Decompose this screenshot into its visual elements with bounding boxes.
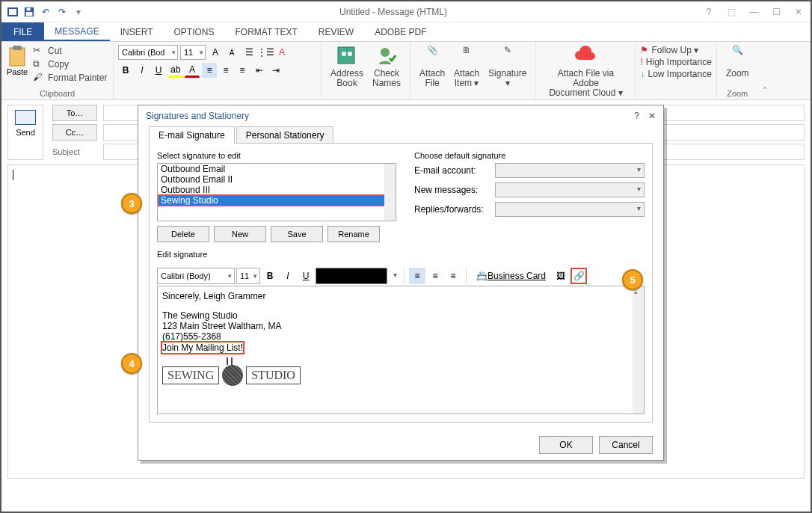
replies-label: Replies/forwards: (414, 204, 489, 215)
bold-button[interactable]: B (118, 63, 133, 78)
copy-button[interactable]: ⧉Copy (33, 58, 107, 70)
editor-align-right[interactable]: ≡ (445, 268, 461, 284)
list-item[interactable]: Outbound Email II (158, 174, 396, 185)
cut-button[interactable]: ✂Cut (33, 45, 107, 57)
editor-color-picker[interactable] (316, 268, 387, 284)
high-importance-button[interactable]: !High Importance (640, 57, 711, 67)
list-item-selected[interactable]: Sewing Studio (158, 195, 396, 206)
qat-more-icon[interactable]: ▾ (72, 5, 85, 19)
down-arrow-icon: ↓ (640, 69, 645, 79)
clear-format-button[interactable]: A (274, 45, 289, 60)
list-item[interactable]: Outbound Email (158, 164, 396, 174)
edit-signature-label: Edit signature (157, 250, 645, 259)
align-left-button[interactable]: ≡ (202, 63, 217, 78)
numbering-button[interactable]: ⋮☰ (258, 45, 273, 60)
to-button[interactable]: To… (52, 105, 97, 121)
follow-up-button[interactable]: ⚑Follow Up ▾ (640, 45, 711, 55)
outlook-icon (6, 5, 19, 19)
mailing-list-link[interactable]: Join My Mailing List! (162, 342, 243, 353)
dialog-title: Signatures and Stationery (146, 111, 249, 121)
new-messages-label: New messages: (414, 185, 489, 195)
editor-italic-button[interactable]: I (280, 268, 296, 284)
ribbon-toggle-icon[interactable]: ⬚ (724, 7, 739, 17)
align-right-button[interactable]: ≡ (235, 63, 250, 78)
undo-icon[interactable]: ↶ (39, 5, 52, 19)
align-center-button[interactable]: ≡ (218, 63, 233, 78)
rename-button[interactable]: Rename (327, 226, 380, 242)
attach-file-button[interactable]: 📎 Attach File (415, 45, 449, 88)
signature-button[interactable]: ✎ Signature ▾ (484, 45, 531, 88)
send-button[interactable]: Send (7, 105, 43, 160)
signature-editor[interactable]: Sincerely, Leigh Grammer The Sewing Stud… (157, 286, 645, 414)
new-button[interactable]: New (214, 226, 266, 242)
maximize-icon[interactable]: ☐ (769, 7, 784, 17)
cc-button[interactable]: Cc… (52, 124, 97, 141)
editor-size-combo[interactable]: 11 (236, 268, 260, 284)
editor-align-left[interactable]: ≡ (409, 268, 425, 284)
paste-button[interactable]: Paste (6, 45, 28, 76)
grow-font-button[interactable]: A (208, 45, 223, 60)
tab-adobe-pdf[interactable]: ADOBE PDF (364, 22, 437, 41)
size-combo[interactable]: 11 (180, 45, 206, 60)
email-account-select[interactable] (495, 163, 645, 178)
adobe-attach-button[interactable]: Attach File via Adobe Document Cloud ▾ (541, 45, 630, 99)
insert-image-button[interactable]: 🖼 (553, 268, 569, 284)
tab-options[interactable]: OPTIONS (164, 22, 225, 41)
font-color-button[interactable]: A (185, 63, 200, 78)
insert-hyperlink-button[interactable]: 🔗 (570, 268, 587, 284)
close-icon[interactable]: ✕ (791, 7, 806, 17)
check-names-button[interactable]: Check Names (368, 45, 405, 88)
dialog-help-icon[interactable]: ? (634, 111, 639, 121)
format-painter-button[interactable]: 🖌Format Painter (33, 72, 107, 84)
editor-underline-button[interactable]: U (298, 268, 314, 284)
replies-select[interactable] (495, 202, 645, 217)
new-messages-select[interactable] (495, 182, 645, 197)
ok-button[interactable]: OK (539, 436, 593, 454)
tab-review[interactable]: REVIEW (308, 22, 364, 41)
editor-font-combo[interactable]: Calibri (Body) (157, 268, 235, 284)
editor-scrollbar[interactable] (633, 286, 644, 414)
window-title: Untitled - Message (HTML) (85, 7, 701, 17)
italic-button[interactable]: I (135, 63, 150, 78)
save-button[interactable]: Save (271, 226, 323, 242)
shrink-font-button[interactable]: A (224, 45, 239, 60)
list-item[interactable]: Outbound III (158, 185, 396, 195)
low-importance-button[interactable]: ↓Low Importance (640, 69, 711, 79)
tab-email-signature[interactable]: E-mail Signature (149, 126, 235, 144)
editor-align-center[interactable]: ≡ (427, 268, 443, 284)
save-icon[interactable] (22, 5, 36, 19)
tab-personal-stationery[interactable]: Personal Stationery (236, 126, 334, 144)
tab-message[interactable]: MESSAGE (44, 22, 109, 41)
scrollbar[interactable] (384, 164, 396, 221)
highlight-button[interactable]: ab (168, 63, 183, 78)
tab-format-text[interactable]: FORMAT TEXT (225, 22, 308, 41)
cancel-button[interactable]: Cancel (599, 436, 653, 454)
collapse-ribbon-icon[interactable]: ˄ (758, 42, 772, 99)
yarn-icon (222, 365, 243, 386)
group-label (118, 89, 316, 98)
bullets-button[interactable]: ☰ (242, 45, 256, 60)
svg-rect-5 (10, 48, 25, 66)
attach-item-button[interactable]: 🗎 Attach Item ▾ (449, 45, 484, 88)
business-card-button[interactable]: 📇 Business Card (471, 268, 551, 284)
group-label: Clipboard (6, 89, 108, 98)
svg-rect-1 (9, 9, 16, 15)
increase-indent-button[interactable]: ⇥ (268, 63, 283, 78)
address-book-button[interactable]: Address Book (326, 45, 368, 88)
help-icon[interactable]: ? (701, 7, 716, 17)
redo-icon[interactable]: ↷ (55, 5, 69, 19)
dialog-close-icon[interactable]: ✕ (648, 111, 656, 121)
underline-button[interactable]: U (151, 63, 166, 78)
quick-access-toolbar: ↶ ↷ ▾ (6, 5, 85, 19)
exclaim-icon: ! (640, 57, 642, 67)
font-combo[interactable]: Calibri (Bod (118, 45, 178, 60)
decrease-indent-button[interactable]: ⇤ (252, 63, 267, 78)
delete-button[interactable]: Delete (157, 226, 209, 242)
tab-insert[interactable]: INSERT (110, 22, 164, 41)
tab-file[interactable]: FILE (1, 22, 44, 41)
subject-label: Subject (52, 144, 97, 160)
editor-bold-button[interactable]: B (262, 268, 278, 284)
minimize-icon[interactable]: — (746, 7, 761, 17)
signature-list[interactable]: Outbound Email Outbound Email II Outboun… (157, 163, 396, 221)
zoom-button[interactable]: 🔍 Zoom (722, 45, 754, 79)
